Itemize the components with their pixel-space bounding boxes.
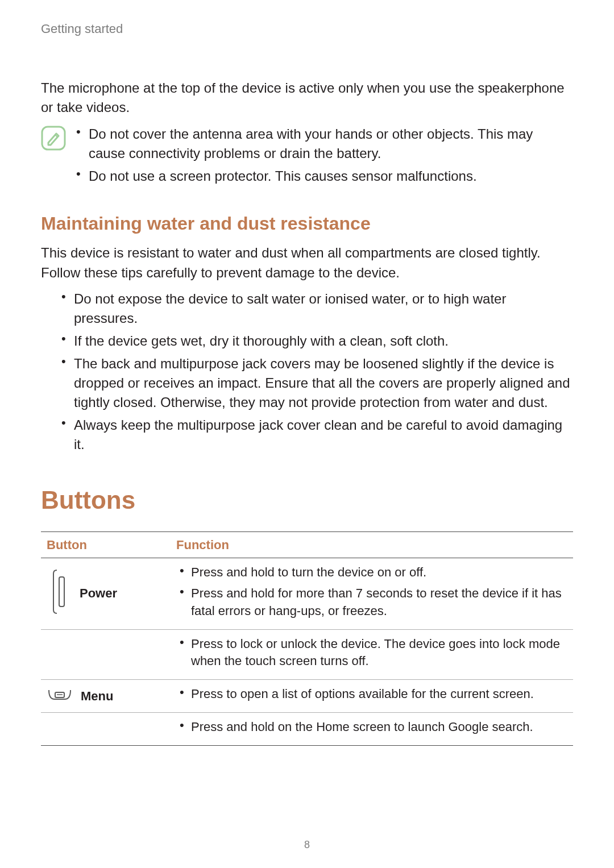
function-item: Press and hold on the Home screen to lau… (176, 719, 569, 736)
function-list: Press to open a list of options availabl… (176, 686, 569, 703)
button-label-power: Power (80, 586, 117, 601)
heading-water-dust: Maintaining water and dust resistance (41, 213, 573, 234)
table-header-function: Function (171, 532, 573, 558)
note-list: Do not cover the antenna area with your … (73, 124, 573, 189)
note-item: Do not cover the antenna area with your … (73, 124, 573, 163)
note-item: Do not use a screen protector. This caus… (73, 167, 573, 186)
water-intro-paragraph: This device is resistant to water and du… (41, 243, 573, 282)
svg-rect-0 (42, 127, 65, 149)
intro-paragraph: The microphone at the top of the device … (41, 78, 573, 117)
table-header-button: Button (41, 532, 171, 558)
function-list: Press to lock or unlock the device. The … (176, 636, 569, 671)
power-button-icon (47, 566, 72, 621)
button-label-menu: Menu (81, 689, 113, 704)
function-item: Press and hold to turn the device on or … (176, 564, 569, 582)
svg-rect-2 (59, 577, 64, 607)
buttons-table: Button Function Power (41, 531, 573, 746)
table-row: Press to lock or unlock the device. The … (41, 629, 573, 680)
menu-button-icon (47, 687, 73, 706)
page-number: 8 (0, 839, 614, 851)
note-block: Do not cover the antenna area with your … (41, 124, 573, 189)
water-tip-item: Always keep the multipurpose jack cover … (58, 416, 573, 454)
table-row: Press and hold on the Home screen to lau… (41, 712, 573, 745)
table-row: Menu Press to open a list of options ava… (41, 680, 573, 713)
heading-buttons: Buttons (41, 486, 573, 514)
water-tip-item: The back and multipurpose jack covers ma… (58, 354, 573, 412)
function-list: Press and hold to turn the device on or … (176, 564, 569, 620)
table-row: Power Press and hold to turn the device … (41, 558, 573, 629)
water-tip-list: Do not expose the device to salt water o… (58, 289, 573, 455)
function-list: Press and hold on the Home screen to lau… (176, 719, 569, 736)
water-tip-item: If the device gets wet, dry it thoroughl… (58, 331, 573, 351)
function-item: Press and hold for more than 7 seconds t… (176, 585, 569, 620)
water-tip-item: Do not expose the device to salt water o… (58, 289, 573, 328)
function-item: Press to lock or unlock the device. The … (176, 636, 569, 671)
note-pencil-icon (41, 124, 68, 153)
table-header-row: Button Function (41, 532, 573, 558)
breadcrumb: Getting started (41, 22, 573, 36)
function-item: Press to open a list of options availabl… (176, 686, 569, 703)
document-page: Getting started The microphone at the to… (0, 0, 614, 868)
